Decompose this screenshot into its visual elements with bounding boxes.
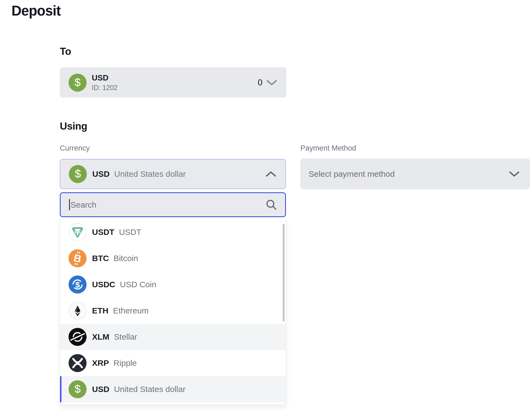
currency-option-xrp[interactable]: XRP Ripple [60, 350, 286, 376]
using-section-heading: Using [60, 121, 87, 132]
usd-coin-icon: $ [69, 74, 87, 92]
svg-text:$: $ [75, 383, 81, 395]
search-icon [265, 199, 277, 211]
eth-coin-icon [69, 302, 87, 320]
currency-code: ETH [92, 306, 108, 315]
usdc-coin-icon: $ [69, 276, 87, 294]
currency-select[interactable]: $ USD United States dollar [60, 159, 286, 189]
usd-coin-icon: $ [69, 165, 87, 183]
to-account-select[interactable]: $ USD ID: 1202 0 [60, 67, 286, 98]
currency-field-label: Currency [60, 144, 90, 152]
scrollbar-thumb[interactable] [283, 224, 285, 322]
text-cursor [69, 199, 70, 210]
account-id: ID: 1202 [92, 84, 118, 91]
svg-text:$: $ [75, 168, 81, 180]
page-title: Deposit [11, 3, 61, 19]
payment-method-select[interactable]: Select payment method [300, 158, 530, 189]
currency-code: USD [92, 385, 109, 394]
usdt-coin-icon [69, 223, 87, 241]
selected-currency-code: USD [92, 169, 110, 179]
account-balance: 0 [258, 78, 262, 88]
currency-code: USDC [92, 280, 115, 289]
currency-code: BTC [92, 254, 109, 263]
currency-option-eth[interactable]: ETH Ethereum [60, 298, 286, 324]
to-section-heading: To [60, 46, 71, 57]
currency-name: USD Coin [120, 280, 156, 289]
xlm-coin-icon [69, 328, 87, 346]
currency-option-btc[interactable]: B BTC Bitcoin [60, 245, 286, 271]
chevron-up-icon[interactable] [266, 171, 276, 177]
currency-name: USDT [119, 228, 141, 237]
usd-coin-icon: $ [69, 380, 87, 398]
xrp-coin-icon [69, 354, 87, 372]
currency-code: USDT [92, 228, 114, 237]
chevron-down-icon[interactable] [509, 171, 519, 177]
selected-currency-name: United States dollar [114, 169, 186, 179]
currency-dropdown-list: USDT USDT B BTC Bitcoin $ USDC USD Coin … [60, 219, 286, 405]
currency-name: Ripple [114, 358, 137, 368]
currency-search [60, 192, 286, 217]
btc-coin-icon: B [69, 249, 87, 267]
svg-text:$: $ [75, 76, 81, 88]
currency-code: XRP [92, 358, 109, 368]
currency-name: Bitcoin [114, 254, 138, 263]
currency-name: United States dollar [114, 385, 185, 394]
currency-name: Stellar [114, 332, 137, 342]
currency-name: Ethereum [113, 306, 149, 315]
payment-method-label: Payment Method [300, 144, 356, 152]
deposit-page: Deposit To $ USD ID: 1202 0 Using Curren… [0, 0, 532, 413]
currency-option-usd[interactable]: $ USD United States dollar [60, 376, 286, 402]
svg-text:$: $ [75, 280, 80, 289]
payment-method-placeholder: Select payment method [309, 169, 395, 179]
search-input[interactable] [61, 193, 285, 216]
account-currency: USD [92, 74, 118, 82]
currency-option-usdc[interactable]: $ USDC USD Coin [60, 271, 286, 298]
selected-indicator [60, 376, 61, 402]
currency-option-usdt[interactable]: USDT USDT [60, 219, 286, 245]
currency-code: XLM [92, 332, 109, 342]
currency-option-xlm[interactable]: XLM Stellar [60, 324, 286, 350]
chevron-down-icon[interactable] [267, 80, 277, 86]
